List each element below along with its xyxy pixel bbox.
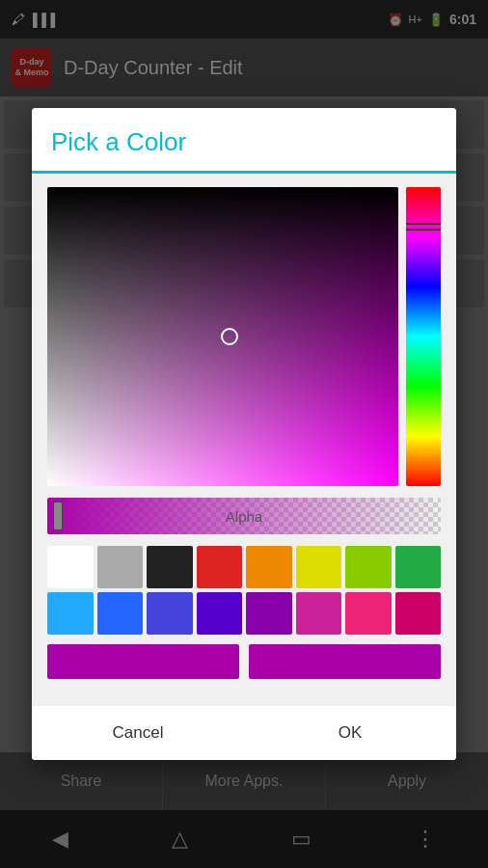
alpha-label: Alpha bbox=[47, 498, 441, 534]
preset-colors-grid bbox=[47, 546, 441, 635]
cancel-button[interactable]: Cancel bbox=[32, 706, 244, 760]
preset-swatch-12[interactable] bbox=[246, 592, 292, 635]
preset-swatch-10[interactable] bbox=[147, 592, 193, 635]
preset-swatch-0[interactable] bbox=[47, 546, 94, 588]
preset-swatch-11[interactable] bbox=[197, 592, 243, 635]
hue-cursor bbox=[406, 223, 441, 231]
selected-swatch-old bbox=[47, 644, 239, 679]
color-picker-dialog: Pick a Color Alpha bbox=[32, 108, 456, 760]
color-gradient[interactable] bbox=[47, 187, 398, 486]
preset-swatch-13[interactable] bbox=[296, 592, 342, 635]
preset-swatch-1[interactable] bbox=[97, 546, 144, 588]
preset-swatch-7[interactable] bbox=[395, 546, 442, 588]
preset-swatch-6[interactable] bbox=[345, 546, 392, 588]
preset-swatch-5[interactable] bbox=[296, 546, 342, 588]
dialog-header: Pick a Color bbox=[32, 108, 456, 174]
preset-swatch-8[interactable] bbox=[47, 592, 94, 635]
dialog-title: Pick a Color bbox=[51, 127, 186, 156]
dialog-overlay: Pick a Color Alpha bbox=[0, 0, 488, 868]
selected-swatch-new bbox=[249, 644, 441, 679]
color-picker-area bbox=[47, 187, 441, 486]
preset-swatch-2[interactable] bbox=[147, 546, 193, 588]
preset-swatch-3[interactable] bbox=[197, 546, 243, 588]
alpha-bar[interactable]: Alpha bbox=[47, 498, 441, 534]
preset-swatch-4[interactable] bbox=[246, 546, 292, 588]
ok-button[interactable]: OK bbox=[244, 706, 456, 760]
preset-swatch-9[interactable] bbox=[97, 592, 144, 635]
preset-swatch-15[interactable] bbox=[395, 592, 442, 635]
gradient-cursor bbox=[221, 328, 238, 345]
dialog-buttons: Cancel OK bbox=[32, 706, 456, 760]
dialog-body: Alpha bbox=[32, 174, 456, 706]
selected-colors bbox=[47, 644, 441, 679]
hue-bar[interactable] bbox=[406, 187, 441, 486]
preset-swatch-14[interactable] bbox=[345, 592, 392, 635]
